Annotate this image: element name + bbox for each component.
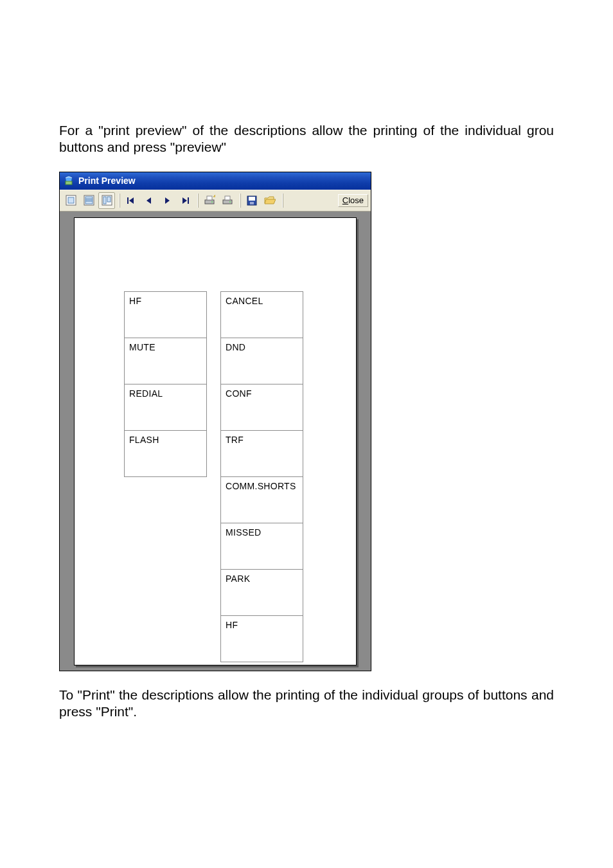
app-icon xyxy=(64,176,74,186)
preview-client-area: HFMUTEREDIALFLASH CANCELDNDCONFTRFCOMM.S… xyxy=(60,212,371,671)
first-page-icon[interactable] xyxy=(123,192,139,209)
preview-page: HFMUTEREDIALFLASH CANCELDNDCONFTRFCOMM.S… xyxy=(74,217,357,665)
toolbar-separator xyxy=(240,194,241,208)
svg-point-20 xyxy=(211,201,213,203)
window-titlebar: Print Preview xyxy=(60,172,371,190)
svg-marker-13 xyxy=(129,197,134,204)
open-icon[interactable] xyxy=(262,192,278,209)
page-width-icon[interactable] xyxy=(80,192,97,209)
svg-marker-14 xyxy=(147,197,151,204)
outro-paragraph: To "Print" the descriptions allow the pr… xyxy=(59,687,554,721)
label-cell: MISSED xyxy=(220,523,303,570)
svg-point-23 xyxy=(229,201,231,203)
label-cell: HF xyxy=(124,292,207,338)
hundred-percent-icon[interactable] xyxy=(98,192,115,209)
label-cell: CONF xyxy=(220,384,303,431)
printer-setup-icon[interactable] xyxy=(201,192,218,209)
toolbar-separator xyxy=(119,194,120,208)
whole-page-icon[interactable] xyxy=(62,192,79,209)
print-preview-window: Print Preview xyxy=(59,172,371,671)
svg-rect-19 xyxy=(207,196,212,200)
print-icon[interactable] xyxy=(219,192,236,209)
svg-rect-1 xyxy=(66,181,72,185)
last-page-icon[interactable] xyxy=(177,192,193,209)
svg-rect-11 xyxy=(107,197,111,202)
label-cell: PARK xyxy=(220,570,303,616)
prev-page-icon[interactable] xyxy=(141,192,157,209)
svg-marker-16 xyxy=(182,197,187,204)
toolbar-separator xyxy=(197,194,199,208)
toolbar-separator xyxy=(282,194,283,208)
svg-rect-3 xyxy=(68,197,74,203)
svg-rect-26 xyxy=(250,202,254,204)
svg-marker-15 xyxy=(165,197,170,204)
label-cell: MUTE xyxy=(124,338,207,384)
svg-rect-22 xyxy=(225,196,230,200)
svg-rect-12 xyxy=(127,197,129,204)
label-cell: TRF xyxy=(220,431,303,477)
label-cell: HF xyxy=(220,616,303,662)
save-icon[interactable] xyxy=(244,192,260,209)
close-accelerator: C xyxy=(342,195,348,205)
labels-left-column: HFMUTEREDIALFLASH xyxy=(124,291,207,477)
label-cell: DND xyxy=(220,338,303,384)
close-label-rest: lose xyxy=(348,195,364,205)
close-button[interactable]: Close xyxy=(338,194,368,207)
label-cell: CANCEL xyxy=(220,292,303,338)
window-title: Print Preview xyxy=(78,176,136,186)
toolbar: Close xyxy=(60,190,371,212)
next-page-icon[interactable] xyxy=(159,192,175,209)
label-cell: COMM.SHORTS xyxy=(220,477,303,523)
intro-paragraph: For a "print preview" of the description… xyxy=(59,122,554,156)
svg-rect-10 xyxy=(103,197,106,204)
label-cell: FLASH xyxy=(124,431,207,477)
labels-right-column: CANCELDNDCONFTRFCOMM.SHORTSMISSEDPARKHF xyxy=(220,291,303,662)
label-cell: REDIAL xyxy=(124,384,207,431)
svg-rect-17 xyxy=(188,197,189,204)
svg-rect-25 xyxy=(249,197,255,201)
